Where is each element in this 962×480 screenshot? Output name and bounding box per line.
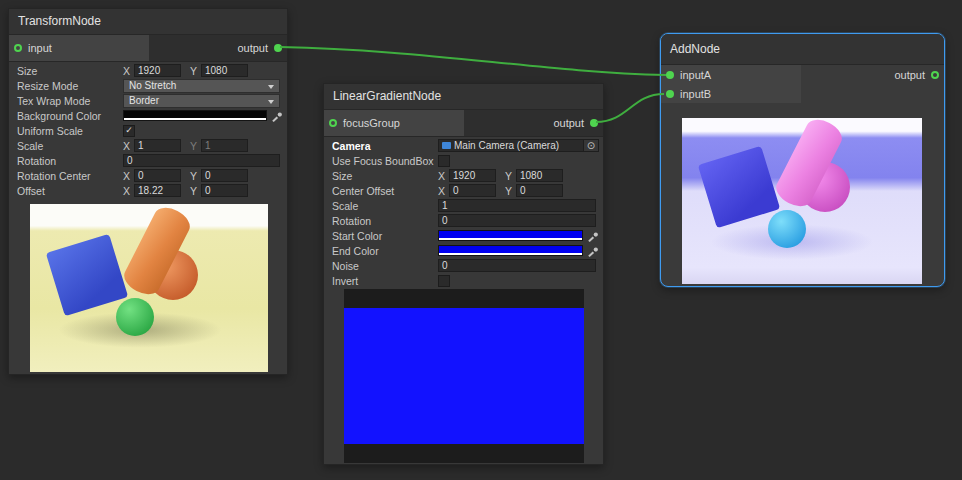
green-sphere-shape <box>116 298 154 336</box>
transform-port-row: input output <box>9 35 287 62</box>
inputA-port-icon[interactable] <box>666 71 674 79</box>
blue-cube-shape <box>698 146 780 228</box>
scale-label: Scale <box>17 140 123 152</box>
rotation-label: Rotation <box>332 215 438 227</box>
y-axis-label: Y <box>190 170 199 182</box>
output-port-icon[interactable] <box>590 119 598 127</box>
color-swatch-alpha <box>124 118 266 120</box>
transform-node[interactable]: TransformNode input output Size X 1920 Y… <box>8 8 288 375</box>
size-label: Size <box>332 170 438 182</box>
start-color-label: Start Color <box>332 230 438 242</box>
gradient-fill <box>344 308 584 444</box>
rotation-field[interactable]: 0 <box>438 214 596 227</box>
focusgroup-port-label: focusGroup <box>343 117 400 129</box>
color-swatch-main <box>439 246 582 253</box>
use-focus-row: Use Focus BoundBox <box>324 153 603 168</box>
use-focus-label: Use Focus BoundBox <box>332 155 438 167</box>
check-icon: ✓ <box>125 126 133 135</box>
input-port-label: input <box>28 42 52 54</box>
tex-wrap-dropdown[interactable]: Border <box>123 94 280 108</box>
output-port-icon[interactable] <box>274 44 282 52</box>
scale-row: Scale 1 <box>324 198 603 213</box>
start-color-row: Start Color <box>324 228 603 243</box>
size-x-field[interactable]: 1920 <box>449 169 496 182</box>
color-swatch-main <box>124 111 266 118</box>
linear-gradient-node-title: LinearGradientNode <box>324 84 603 110</box>
focusgroup-port-icon[interactable] <box>329 119 337 127</box>
input-port-icon[interactable] <box>14 44 22 52</box>
uniform-scale-checkbox[interactable]: ✓ <box>123 125 135 137</box>
inputB-port-icon[interactable] <box>666 90 674 98</box>
scale-field[interactable]: 1 <box>438 199 596 212</box>
x-axis-label: X <box>123 170 132 182</box>
eyedropper-icon[interactable] <box>587 245 599 257</box>
end-color-swatch[interactable] <box>438 245 583 256</box>
center-offset-x-field[interactable]: 0 <box>449 184 496 197</box>
rotation-row: Rotation 0 <box>324 213 603 228</box>
size-y-field[interactable]: 1080 <box>516 169 563 182</box>
node-graph-canvas[interactable]: TransformNode input output Size X 1920 Y… <box>0 0 962 480</box>
offset-x-field[interactable]: 18.22 <box>134 184 181 197</box>
offset-y-field[interactable]: 0 <box>201 184 248 197</box>
resize-mode-row: Resize Mode No Stretch <box>9 78 287 93</box>
camera-label: Camera <box>332 140 438 152</box>
center-offset-label: Center Offset <box>332 185 438 197</box>
rotation-center-row: Rotation Center X 0 Y 0 <box>9 168 287 183</box>
size-row: Size X 1920 Y 1080 <box>324 168 603 183</box>
output-port-label: output <box>237 42 268 54</box>
eyedropper-icon[interactable] <box>587 230 599 242</box>
end-color-label: End Color <box>332 245 438 257</box>
uniform-scale-label: Uniform Scale <box>17 125 123 137</box>
offset-label: Offset <box>17 185 123 197</box>
object-picker-icon[interactable]: ⊙ <box>584 139 599 152</box>
size-row: Size X 1920 Y 1080 <box>9 63 287 78</box>
eyedropper-icon[interactable] <box>271 110 283 122</box>
add-preview-image <box>682 118 922 284</box>
port-inputB[interactable]: inputB <box>661 84 801 103</box>
add-node[interactable]: AddNode inputA inputB output <box>660 33 945 287</box>
size-x-field[interactable]: 1920 <box>134 64 181 77</box>
scale-row: Scale X 1 Y 1 <box>9 138 287 153</box>
port-inputA[interactable]: inputA <box>661 65 801 84</box>
linear-gradient-port-output[interactable]: output <box>464 110 603 136</box>
size-label: Size <box>17 65 123 77</box>
scale-x-field[interactable]: 1 <box>134 139 181 152</box>
rotation-center-y-field[interactable]: 0 <box>201 169 248 182</box>
edge-gradient-output-to-add-inputB[interactable] <box>596 94 664 122</box>
port-output[interactable]: output <box>894 65 944 84</box>
cyan-sphere-shape <box>768 210 806 248</box>
noise-row: Noise 0 <box>324 258 603 273</box>
noise-field[interactable]: 0 <box>438 259 596 272</box>
center-offset-y-field[interactable]: 0 <box>516 184 563 197</box>
transform-port-input[interactable]: input <box>9 35 149 61</box>
transform-node-title: TransformNode <box>9 9 287 35</box>
input-ports-group: inputA inputB <box>661 65 801 103</box>
invert-checkbox[interactable] <box>438 275 450 287</box>
x-axis-label: X <box>123 65 132 77</box>
rotation-field[interactable]: 0 <box>123 154 280 167</box>
background-color-row: Background Color <box>9 108 287 123</box>
linear-gradient-preview-image <box>344 289 584 463</box>
inputB-port-label: inputB <box>680 88 711 100</box>
linear-gradient-port-row: focusGroup output <box>324 110 603 137</box>
color-swatch-alpha <box>439 238 582 240</box>
linear-gradient-port-focusgroup[interactable]: focusGroup <box>324 110 464 136</box>
linear-gradient-node[interactable]: LinearGradientNode focusGroup output Cam… <box>323 83 604 465</box>
rotation-center-x-field[interactable]: 0 <box>134 169 181 182</box>
start-color-swatch[interactable] <box>438 230 583 241</box>
camera-row: Camera Main Camera (Camera) ⊙ <box>324 138 603 153</box>
output-port-label: output <box>553 117 584 129</box>
size-y-field[interactable]: 1080 <box>201 64 248 77</box>
output-port-label: output <box>894 69 925 81</box>
background-color-swatch[interactable] <box>123 110 267 121</box>
camera-object-field[interactable]: Main Camera (Camera) <box>438 139 584 152</box>
edge-transform-output-to-add-inputA[interactable] <box>280 47 666 75</box>
camera-object-icon <box>442 142 451 149</box>
center-offset-row: Center Offset X 0 Y 0 <box>324 183 603 198</box>
transform-port-output[interactable]: output <box>149 35 287 61</box>
use-focus-checkbox[interactable] <box>438 155 450 167</box>
resize-mode-dropdown[interactable]: No Stretch <box>123 79 280 93</box>
linear-gradient-properties: Camera Main Camera (Camera) ⊙ Use Focus … <box>324 137 603 288</box>
scale-y-field: 1 <box>201 139 248 152</box>
output-port-icon[interactable] <box>931 71 939 79</box>
